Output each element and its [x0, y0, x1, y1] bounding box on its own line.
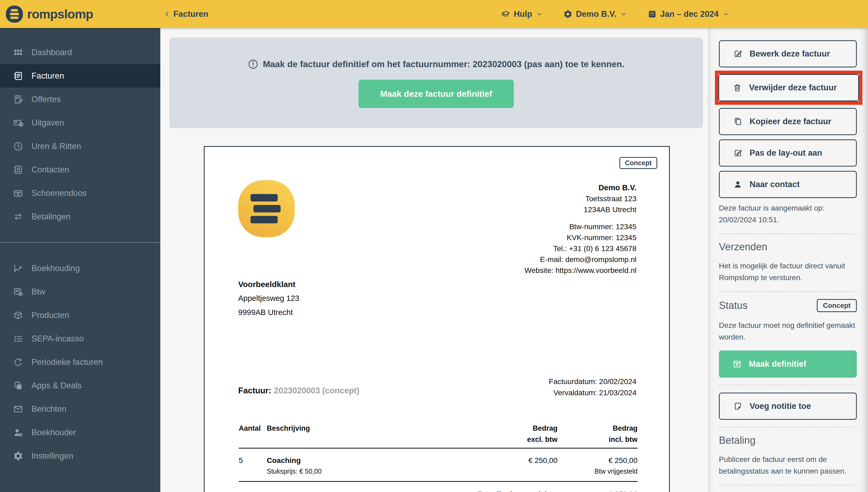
apps-stack-icon [13, 380, 23, 391]
sidebar-divider [0, 242, 160, 243]
sidebar-item-contacten[interactable]: Contacten [0, 158, 160, 181]
adjust-layout-button[interactable]: Pas de lay-out aan [719, 140, 857, 167]
banner-message-row: Maak de factuur definitief om het factuu… [248, 59, 624, 70]
alert-circle-icon [248, 59, 258, 70]
company-website: Website: https://www.voorbeeld.nl [524, 265, 636, 276]
sidebar-item-boekhouder[interactable]: Boekhouder [0, 421, 160, 444]
brand[interactable]: rompslomp [6, 6, 93, 23]
sidebar-item-label: Berichten [31, 404, 66, 414]
panel-divider [719, 385, 857, 386]
chevron-down-icon [722, 11, 729, 18]
edit-invoice-button[interactable]: Bewerk deze factuur [719, 40, 857, 68]
product-box-icon [13, 310, 23, 321]
app-root: rompslomp Facturen Hulp Demo B.V. Jan – … [0, 0, 868, 492]
sidebar-item-periodieke-facturen[interactable]: Periodieke facturen [0, 350, 160, 374]
sidebar-item-label: Contacten [31, 165, 69, 175]
vat-percent-icon [13, 287, 23, 297]
go-to-contact-button[interactable]: Naar contact [719, 171, 857, 198]
chevron-down-icon [536, 11, 543, 18]
sidebar-item-berichten[interactable]: Berichten [0, 397, 160, 421]
add-note-button[interactable]: Voeg notitie toe [719, 393, 857, 420]
grid-icon [13, 47, 23, 58]
accountant-icon [13, 427, 23, 438]
edit-invoice-label: Bewerk deze factuur [750, 49, 830, 59]
sidebar-item-uitgaven[interactable]: Uitgaven [0, 111, 160, 134]
draft-banner: Maak de factuur definitief om het factuu… [169, 38, 703, 128]
graduation-cap-icon [501, 9, 511, 19]
sidebar: Dashboard Facturen Offertes Uitgaven Ure… [0, 28, 160, 492]
total-label: Totaalbedrag excl. btw [469, 489, 558, 492]
make-definitive-side-label: Maak definitief [749, 359, 806, 369]
sidebar-item-dashboard[interactable]: Dashboard [0, 41, 160, 64]
delete-invoice-button[interactable]: Verwijder deze factuur [718, 74, 859, 101]
topbar-menus: Hulp Demo B.V. Jan – dec 2024 [501, 9, 729, 19]
verzenden-text: Het is mogelijk de factuur direct vanuit… [719, 260, 857, 284]
sidebar-item-label: Boekhouder [31, 428, 76, 437]
total-value: € 250,00 [558, 489, 637, 492]
trash-icon [732, 83, 742, 93]
period-menu[interactable]: Jan – dec 2024 [648, 9, 729, 19]
list-icon [13, 334, 23, 344]
sidebar-item-label: Instellingen [31, 451, 73, 461]
main-content: Maak de factuur definitief om het factuu… [160, 28, 708, 492]
sidebar-item-betalingen[interactable]: Betalingen [0, 205, 160, 228]
rompslomp-logo-icon [6, 6, 23, 23]
copy-invoice-button[interactable]: Kopieer deze factuur [719, 108, 857, 135]
col-incl-sub: incl. btw [558, 434, 637, 445]
created-at-note: Deze factuur is aangemaakt op: 20/02/202… [719, 202, 857, 226]
invoice-number: 2023020003 (concept) [274, 386, 359, 395]
sidebar-item-sepa-incasso[interactable]: SEPA-incasso [0, 327, 160, 350]
sidebar-item-label: Apps & Deals [31, 381, 81, 390]
breadcrumb[interactable]: Facturen [163, 9, 208, 19]
sidebar-item-uren-ritten[interactable]: Uren & Ritten [0, 134, 160, 158]
status-header-row: Status Concept [719, 299, 857, 312]
sidebar-item-offertes[interactable]: Offertes [0, 88, 160, 111]
company-address: Toetsstraat 123 [524, 193, 636, 204]
period-label: Jan – dec 2024 [660, 9, 719, 19]
sidebar-item-schoenendoos[interactable]: Schoenendoos [0, 181, 160, 205]
edit-icon [733, 49, 743, 59]
sidebar-item-btw[interactable]: Btw [0, 280, 160, 303]
adjust-layout-label: Pas de lay-out aan [750, 148, 822, 158]
panel-divider [719, 427, 857, 428]
chevron-left-icon [163, 10, 171, 18]
panel-divider [719, 291, 857, 292]
sidebar-item-producten[interactable]: Producten [0, 303, 160, 327]
customer-address: Appeltjesweg 123 [238, 291, 299, 305]
breadcrumb-label: Facturen [173, 9, 208, 19]
sidebar-item-label: Boekhouding [31, 264, 80, 273]
note-icon [733, 401, 743, 411]
invoice-number-line: Factuur:2023020003 (concept) [238, 386, 359, 395]
transfer-arrows-icon [13, 211, 23, 222]
company-label: Demo B.V. [576, 9, 616, 19]
make-definitive-side-button[interactable]: Maak definitief [719, 350, 857, 378]
panel-divider [719, 485, 857, 486]
table-row: 5 Coaching € 250,00 € 250,00 [239, 448, 637, 466]
make-definitive-button[interactable]: Maak deze factuur definitief [358, 80, 514, 108]
sidebar-item-label: Periodieke facturen [31, 358, 103, 367]
sidebar-item-facturen[interactable]: Facturen [0, 64, 160, 88]
sidebar-item-boekhouding[interactable]: Boekhouding [0, 257, 160, 280]
invoice-number-label: Factuur: [238, 386, 271, 395]
envelope-icon [13, 404, 23, 414]
betaling-text: Publiceer de factuur eerst om de betalin… [719, 453, 857, 477]
sidebar-item-apps-deals[interactable]: Apps & Deals [0, 374, 160, 397]
row-vat-note: Btw vrijgesteld [558, 466, 637, 476]
help-menu[interactable]: Hulp [501, 9, 543, 19]
copy-icon [733, 117, 743, 126]
col-desc: Beschrijving [267, 423, 469, 434]
sidebar-item-instellingen[interactable]: Instellingen [0, 444, 160, 468]
invoice-date: Factuurdatum: 20/02/2024 [549, 376, 636, 387]
edit-icon [733, 148, 743, 158]
company-menu[interactable]: Demo B.V. [563, 9, 627, 19]
section-title-status: Status [719, 300, 748, 311]
company-name: Demo B.V. [524, 182, 636, 193]
col-excl-sub: excl. btw [469, 434, 558, 445]
sidebar-item-label: Dashboard [31, 48, 72, 57]
status-badge: Concept [817, 299, 857, 312]
row-qty: 5 [239, 455, 267, 466]
company-btw: Btw-nummer: 12345 [524, 221, 636, 232]
recurring-icon [13, 357, 23, 368]
company-city: 1234AB Utrecht [524, 204, 636, 215]
expense-card-icon [13, 118, 23, 128]
